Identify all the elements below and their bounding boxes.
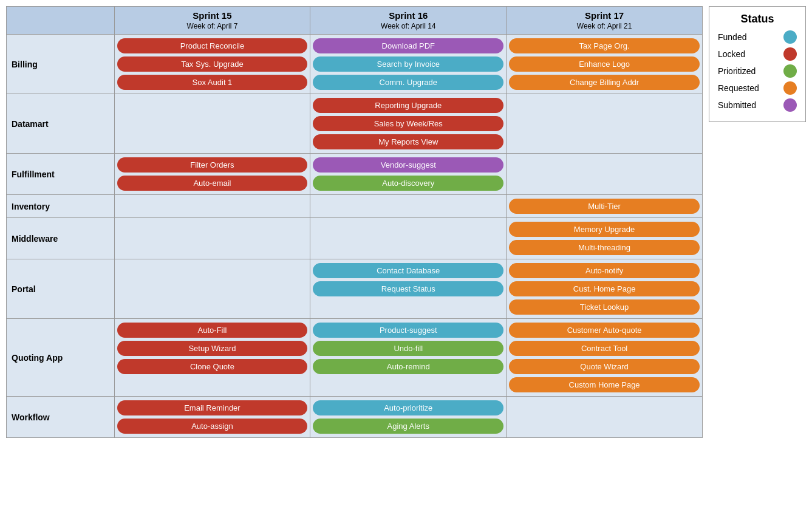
task-badge[interactable]: Product-suggest (313, 323, 503, 338)
cell-datamart-s16: Reporting UpgradeSales by Week/ResMy Rep… (310, 94, 507, 154)
task-badge[interactable]: Auto-notify (509, 263, 700, 278)
task-badge[interactable]: Ticket Lookup (509, 299, 700, 315)
legend-label: Submitted (718, 100, 777, 110)
page-wrapper: Sprint 15 Week of: April 7 Sprint 16 Wee… (0, 0, 812, 444)
task-badge[interactable]: Quote Wizard (509, 359, 700, 374)
task-badge[interactable]: Contact Database (313, 263, 503, 278)
status-title: Status (718, 13, 797, 26)
legend-label: Prioritized (718, 66, 777, 76)
cell-middleware-s15 (114, 218, 310, 259)
legend-item-locked: Locked (718, 47, 797, 61)
legend-dot (783, 64, 797, 78)
task-badge[interactable]: Multi-Tier (509, 199, 700, 214)
sprint15-label: Sprint 15 (120, 10, 305, 21)
cell-billing-s15: Product ReconcileTax Sys. UpgradeSox Aud… (114, 35, 310, 94)
main-table: Sprint 15 Week of: April 7 Sprint 16 Wee… (6, 6, 703, 438)
task-badge[interactable]: Product Reconcile (117, 38, 308, 53)
cell-fulfillment-s15: Filter OrdersAuto-email (114, 154, 310, 195)
cell-datamart-s15 (114, 94, 310, 154)
task-badge[interactable]: Auto-assign (117, 419, 308, 434)
cell-billing-s16: Download PDFSearch by InvoiceComm. Upgra… (310, 35, 507, 94)
legend-dot (783, 98, 797, 112)
row-header-portal: Portal (7, 259, 115, 319)
sprint17-label: Sprint 17 (511, 10, 697, 21)
task-badge[interactable]: Enhance Logo (509, 56, 700, 72)
legend-dot (783, 30, 797, 44)
task-badge[interactable]: Memory Upgrade (509, 222, 700, 237)
sprint15-week: Week of: April 7 (120, 22, 305, 30)
cell-fulfillment-s16: Vendor-suggestAuto-discovery (310, 154, 507, 195)
task-badge[interactable]: Sox Audit 1 (117, 75, 308, 90)
corner-cell (7, 7, 115, 35)
task-badge[interactable]: Email Reminder (117, 400, 308, 415)
task-badge[interactable]: Setup Wizard (117, 341, 308, 356)
task-badge[interactable]: Cust. Home Page (509, 281, 700, 296)
row-header-inventory: Inventory (7, 195, 115, 218)
legend-label: Funded (718, 32, 777, 42)
sprint17-header: Sprint 17 Week of: April 21 (507, 7, 703, 35)
task-badge[interactable]: Auto-email (117, 176, 308, 191)
sprint16-header: Sprint 16 Week of: April 14 (310, 7, 507, 35)
sprint16-week: Week of: April 14 (315, 22, 501, 30)
task-badge[interactable]: Auto-Fill (117, 323, 308, 338)
task-badge[interactable]: Comm. Upgrade (313, 75, 503, 90)
sprint17-week: Week of: April 21 (511, 22, 697, 30)
status-panel: Status FundedLockedPrioritizedRequestedS… (709, 6, 806, 122)
row-header-workflow: Workflow (7, 397, 115, 438)
task-badge[interactable]: Contract Tool (509, 341, 700, 356)
task-badge[interactable]: Clone Quote (117, 359, 308, 374)
sprint15-header: Sprint 15 Week of: April 7 (114, 7, 310, 35)
cell-quoting-app-s17: Customer Auto-quoteContract ToolQuote Wi… (507, 319, 703, 397)
task-badge[interactable]: Auto-remind (313, 359, 503, 374)
cell-fulfillment-s17 (507, 154, 703, 195)
legend-dot (783, 81, 797, 95)
legend-item-prioritized: Prioritized (718, 64, 797, 78)
cell-workflow-s15: Email ReminderAuto-assign (114, 397, 310, 438)
row-header-fulfillment: Fulfillment (7, 154, 115, 195)
legend-label: Requested (718, 83, 777, 93)
cell-quoting-app-s16: Product-suggestUndo-fillAuto-remind (310, 319, 507, 397)
task-badge[interactable]: Sales by Week/Res (313, 116, 503, 131)
sprint-table: Sprint 15 Week of: April 7 Sprint 16 Wee… (6, 6, 703, 438)
cell-portal-s16: Contact DatabaseRequest Status (310, 259, 507, 319)
cell-inventory-s17: Multi-Tier (507, 195, 703, 218)
legend-item-submitted: Submitted (718, 98, 797, 112)
legend-dot (783, 47, 797, 61)
task-badge[interactable]: Tax Page Org. (509, 38, 700, 53)
task-badge[interactable]: Request Status (313, 281, 503, 296)
cell-datamart-s17 (507, 94, 703, 154)
task-badge[interactable]: Multi-threading (509, 240, 700, 255)
task-badge[interactable]: Auto-prioritize (313, 400, 503, 415)
task-badge[interactable]: Reporting Upgrade (313, 98, 503, 113)
task-badge[interactable]: Tax Sys. Upgrade (117, 56, 308, 72)
task-badge[interactable]: Auto-discovery (313, 176, 503, 191)
row-header-billing: Billing (7, 35, 115, 94)
task-badge[interactable]: My Reports View (313, 134, 503, 149)
task-badge[interactable]: Aging Alerts (313, 419, 503, 434)
legend-item-funded: Funded (718, 30, 797, 44)
cell-middleware-s17: Memory UpgradeMulti-threading (507, 218, 703, 259)
cell-inventory-s16 (310, 195, 507, 218)
task-badge[interactable]: Change Billing Addr (509, 75, 700, 90)
cell-middleware-s16 (310, 218, 507, 259)
task-badge[interactable]: Filter Orders (117, 157, 308, 173)
task-badge[interactable]: Search by Invoice (313, 56, 503, 72)
legend-label: Locked (718, 49, 777, 59)
task-badge[interactable]: Download PDF (313, 38, 503, 53)
legend-item-requested: Requested (718, 81, 797, 95)
row-header-middleware: Middleware (7, 218, 115, 259)
task-badge[interactable]: Custom Home Page (509, 377, 700, 392)
task-badge[interactable]: Undo-fill (313, 341, 503, 356)
cell-billing-s17: Tax Page Org.Enhance LogoChange Billing … (507, 35, 703, 94)
sprint16-label: Sprint 16 (315, 10, 501, 21)
row-header-quoting-app: Quoting App (7, 319, 115, 397)
task-badge[interactable]: Customer Auto-quote (509, 323, 700, 338)
legend-list: FundedLockedPrioritizedRequestedSubmitte… (718, 30, 797, 112)
cell-inventory-s15 (114, 195, 310, 218)
row-header-datamart: Datamart (7, 94, 115, 154)
cell-portal-s17: Auto-notifyCust. Home PageTicket Lookup (507, 259, 703, 319)
cell-portal-s15 (114, 259, 310, 319)
cell-quoting-app-s15: Auto-FillSetup WizardClone Quote (114, 319, 310, 397)
cell-workflow-s17 (507, 397, 703, 438)
task-badge[interactable]: Vendor-suggest (313, 157, 503, 173)
